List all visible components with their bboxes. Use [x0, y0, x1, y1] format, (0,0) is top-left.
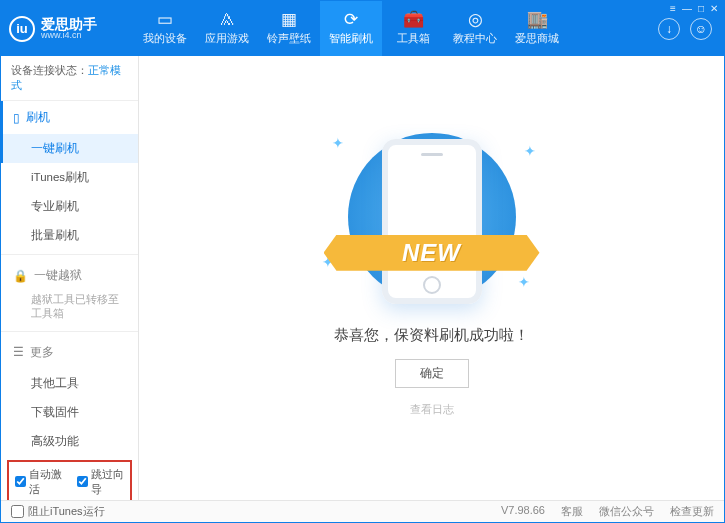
- customer-service-link[interactable]: 客服: [561, 504, 583, 519]
- app-name: 爱思助手: [41, 17, 97, 31]
- nav-tabs: ▭我的设备 ⩓应用游戏 ▦铃声壁纸 ⟳智能刷机 🧰工具箱 ◎教程中心 🏬爱思商城: [134, 1, 658, 56]
- maximize-icon[interactable]: □: [698, 3, 704, 14]
- phone-icon: ▯: [13, 111, 20, 125]
- main-content: ✦✦✦✦ NEW 恭喜您，保资料刷机成功啦！ 确定 查看日志: [139, 56, 724, 500]
- logo-icon: iu: [9, 16, 35, 42]
- tab-store[interactable]: 🏬爱思商城: [506, 1, 568, 56]
- header: iu 爱思助手 www.i4.cn ▭我的设备 ⩓应用游戏 ▦铃声壁纸 ⟳智能刷…: [1, 1, 724, 56]
- toolbox-icon: 🧰: [403, 11, 424, 28]
- sidebar-item-advanced[interactable]: 高级功能: [1, 427, 138, 456]
- jailbreak-note: 越狱工具已转移至 工具箱: [1, 292, 138, 327]
- version-label: V7.98.66: [501, 504, 545, 519]
- sidebar-item-firmware[interactable]: 下载固件: [1, 398, 138, 427]
- footer: 阻止iTunes运行 V7.98.66 客服 微信公众号 检查更新: [1, 500, 724, 522]
- sidebar-item-other[interactable]: 其他工具: [1, 369, 138, 398]
- tab-flash[interactable]: ⟳智能刷机: [320, 1, 382, 56]
- header-actions: ↓ ☺: [658, 18, 716, 40]
- checkbox-auto-activate[interactable]: 自动激活: [15, 467, 63, 497]
- sidebar-item-onekey[interactable]: 一键刷机: [1, 134, 138, 163]
- tab-toolbox[interactable]: 🧰工具箱: [382, 1, 444, 56]
- user-button[interactable]: ☺: [690, 18, 712, 40]
- tab-ringtone[interactable]: ▦铃声壁纸: [258, 1, 320, 56]
- checkbox-skip-guide[interactable]: 跳过向导: [77, 467, 125, 497]
- lock-icon: 🔒: [13, 269, 28, 283]
- sidebar-item-pro[interactable]: 专业刷机: [1, 192, 138, 221]
- tab-apps[interactable]: ⩓应用游戏: [196, 1, 258, 56]
- tab-my-device[interactable]: ▭我的设备: [134, 1, 196, 56]
- wechat-link[interactable]: 微信公众号: [599, 504, 654, 519]
- block-itunes-checkbox[interactable]: 阻止iTunes运行: [11, 504, 105, 519]
- tab-tutorial[interactable]: ◎教程中心: [444, 1, 506, 56]
- list-icon: ☰: [13, 345, 24, 359]
- minimize-icon[interactable]: —: [682, 3, 692, 14]
- phone-icon: ▭: [157, 11, 173, 28]
- menu-icon[interactable]: ≡: [670, 3, 676, 14]
- check-update-link[interactable]: 检查更新: [670, 504, 714, 519]
- close-icon[interactable]: ✕: [710, 3, 718, 14]
- sidebar-item-batch[interactable]: 批量刷机: [1, 221, 138, 250]
- new-ribbon: NEW: [324, 235, 540, 271]
- download-button[interactable]: ↓: [658, 18, 680, 40]
- sidebar-group-flash[interactable]: ▯ 刷机: [1, 101, 138, 134]
- sidebar-item-itunes[interactable]: iTunes刷机: [1, 163, 138, 192]
- wallpaper-icon: ▦: [281, 11, 297, 28]
- connection-status: 设备连接状态：正常模式: [1, 56, 138, 101]
- appstore-icon: ⩓: [219, 11, 236, 28]
- app-url: www.i4.cn: [41, 31, 97, 40]
- options-box: 自动激活 跳过向导: [7, 460, 132, 500]
- book-icon: ◎: [468, 11, 483, 28]
- store-icon: 🏬: [527, 11, 548, 28]
- sidebar-group-jailbreak[interactable]: 🔒 一键越狱: [1, 259, 138, 292]
- window-controls: ≡ — □ ✕: [670, 3, 718, 14]
- logo[interactable]: iu 爱思助手 www.i4.cn: [9, 16, 134, 42]
- refresh-icon: ⟳: [344, 11, 358, 28]
- view-log-link[interactable]: 查看日志: [410, 402, 454, 417]
- ok-button[interactable]: 确定: [395, 359, 469, 388]
- success-illustration: ✦✦✦✦ NEW: [342, 139, 522, 304]
- sidebar: 设备连接状态：正常模式 ▯ 刷机 一键刷机 iTunes刷机 专业刷机 批量刷机…: [1, 56, 139, 500]
- sidebar-group-more[interactable]: ☰ 更多: [1, 336, 138, 369]
- success-message: 恭喜您，保资料刷机成功啦！: [334, 326, 529, 345]
